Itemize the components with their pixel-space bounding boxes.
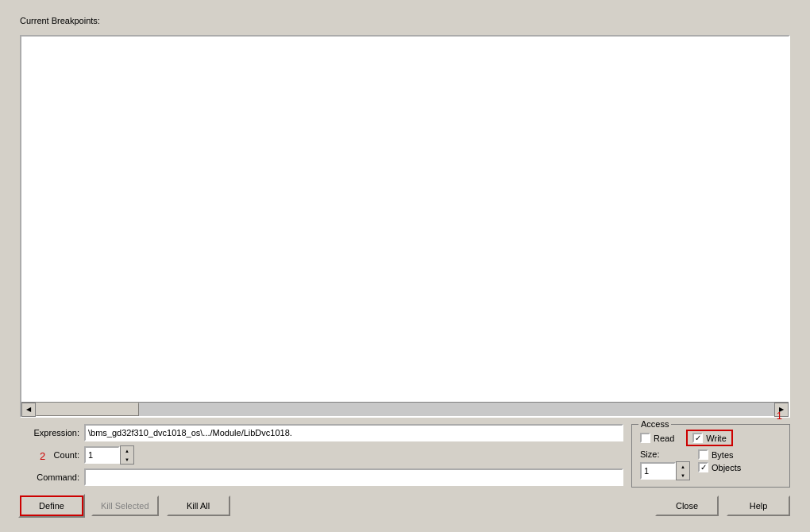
size-input[interactable] (640, 462, 676, 480)
horizontal-scrollbar[interactable]: ◀ ▶ (21, 402, 789, 416)
annotation-1: 1 (777, 410, 782, 422)
size-row: Size: ▲ ▼ (640, 449, 781, 480)
scroll-left-btn[interactable]: ◀ (21, 403, 36, 417)
breakpoints-panel: ◀ ▶ (20, 35, 790, 418)
expression-row: Expression: (20, 424, 623, 441)
size-spinner: ▲ ▼ (676, 461, 690, 480)
count-row: Count: ▲ ▼ (20, 445, 623, 465)
size-label: Size: (640, 449, 690, 459)
command-label: Command: (20, 472, 79, 482)
read-checkbox-item: Read (640, 433, 674, 443)
fields-and-access: Expression: Count: ▲ ▼ Command: (20, 424, 790, 488)
count-input[interactable] (84, 446, 120, 464)
annotation-2: 2 (40, 450, 45, 462)
kill-all-button[interactable]: Kill All (167, 495, 230, 516)
access-checkboxes-row: Read Write (640, 430, 781, 446)
command-input[interactable] (84, 468, 623, 486)
scroll-track[interactable] (36, 403, 774, 416)
expression-input[interactable] (84, 424, 623, 441)
size-input-wrapper: Size: ▲ ▼ (640, 449, 690, 480)
bytes-checkbox[interactable] (698, 449, 708, 460)
command-row: Command: (20, 468, 623, 486)
count-spinner: ▲ ▼ (120, 445, 134, 465)
scroll-thumb[interactable] (36, 403, 139, 416)
expression-label: Expression: (20, 428, 79, 438)
count-down-btn[interactable]: ▼ (121, 455, 133, 464)
breakpoints-label: Current Breakpoints: (20, 16, 790, 25)
breakpoints-content[interactable] (21, 37, 789, 402)
buttons-row: Define Kill Selected Kill All Close Help (20, 495, 790, 516)
objects-checkbox-item: Objects (698, 462, 741, 472)
size-down-btn[interactable]: ▼ (677, 471, 689, 480)
objects-label: Objects (712, 463, 741, 472)
close-button[interactable]: Close (655, 495, 719, 516)
main-container: Current Breakpoints: ◀ ▶ Expression: Cou… (0, 0, 810, 532)
write-highlight: Write (686, 430, 732, 446)
kill-selected-button[interactable]: Kill Selected (91, 495, 159, 516)
count-up-btn[interactable]: ▲ (121, 446, 133, 455)
count-wrapper: ▲ ▼ (84, 445, 134, 465)
access-group: Access Read Write Size: (631, 424, 790, 488)
read-label: Read (654, 434, 674, 443)
access-group-container: 1 Access Read Write (631, 424, 790, 488)
access-legend: Access (638, 419, 671, 429)
bytes-checkbox-item: Bytes (698, 449, 741, 460)
size-spin-wrapper: ▲ ▼ (640, 461, 690, 480)
write-label: Write (706, 434, 726, 443)
bottom-section: Expression: Count: ▲ ▼ Command: (20, 424, 790, 516)
help-button[interactable]: Help (727, 495, 790, 516)
size-checkboxes: Bytes Objects (698, 449, 741, 472)
write-checkbox[interactable] (692, 433, 703, 443)
bytes-label: Bytes (712, 450, 734, 460)
buttons-container: 2 Define Kill Selected Kill All Close He… (20, 492, 790, 516)
read-checkbox[interactable] (640, 433, 650, 443)
count-label: Count: (20, 450, 79, 460)
objects-checkbox[interactable] (698, 462, 708, 472)
size-up-btn[interactable]: ▲ (677, 462, 689, 471)
define-button[interactable]: Define (20, 495, 83, 516)
fields-left: Expression: Count: ▲ ▼ Command: (20, 424, 623, 486)
